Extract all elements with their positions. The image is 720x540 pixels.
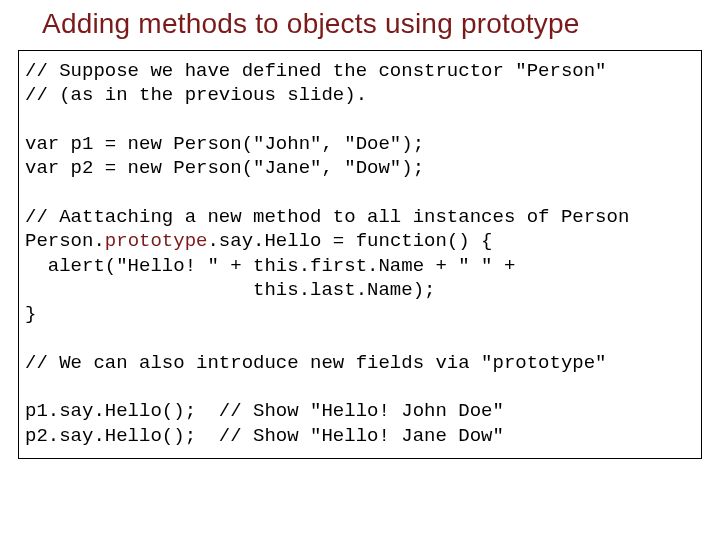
code-line-part: .say.Hello = function() { bbox=[207, 230, 492, 252]
code-line: // Suppose we have defined the construct… bbox=[25, 60, 607, 82]
code-line: // Aattaching a new method to all instan… bbox=[25, 206, 629, 228]
code-line: } bbox=[25, 303, 36, 325]
code-line: p2.say.Hello(); // Show "Hello! Jane Dow… bbox=[25, 425, 504, 447]
code-line: var p1 = new Person("John", "Doe"); bbox=[25, 133, 424, 155]
slide-title: Adding methods to objects using prototyp… bbox=[42, 8, 702, 40]
code-line: alert("Hello! " + this.first.Name + " " … bbox=[25, 255, 515, 277]
slide: Adding methods to objects using prototyp… bbox=[0, 0, 720, 540]
code-line: this.last.Name); bbox=[25, 279, 435, 301]
keyword-prototype: prototype bbox=[105, 230, 208, 252]
code-line: // We can also introduce new fields via … bbox=[25, 352, 607, 374]
code-line: var p2 = new Person("Jane", "Dow"); bbox=[25, 157, 424, 179]
code-line-part: Person. bbox=[25, 230, 105, 252]
code-line: p1.say.Hello(); // Show "Hello! John Doe… bbox=[25, 400, 504, 422]
code-line: // (as in the previous slide). bbox=[25, 84, 367, 106]
code-block: // Suppose we have defined the construct… bbox=[18, 50, 702, 459]
